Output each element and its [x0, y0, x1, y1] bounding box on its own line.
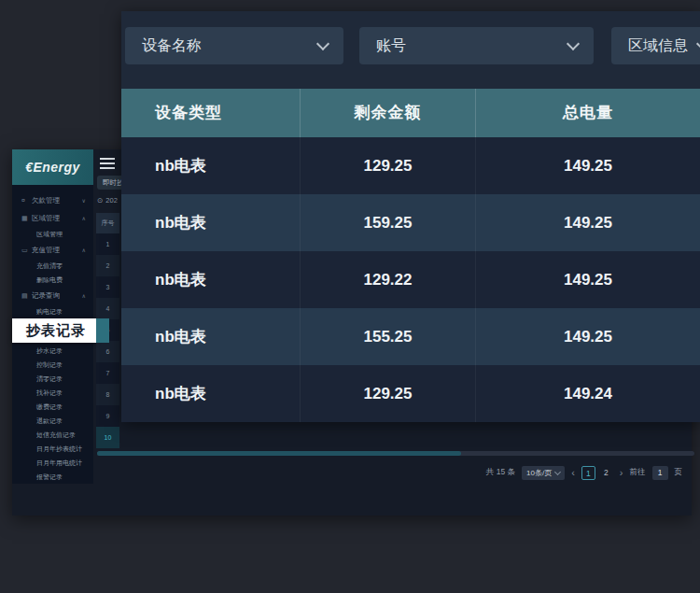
sidebar: €Energy ¤欠款管理∨▦区域管理∧区域管理▭充值管理∧充值清零删除电费▤记… [12, 149, 93, 484]
account-placeholder: 账号 [376, 37, 406, 53]
table-body: nb电表129.25149.25nb电表159.25149.25nb电表129.… [121, 137, 700, 422]
goto-page-input[interactable]: 1 [652, 466, 668, 480]
active-menu-item-accent [96, 318, 109, 343]
chevron-down-icon [567, 37, 580, 50]
index-row: 8 [96, 384, 119, 405]
region-icon: ▦ [21, 215, 32, 222]
scrollbar-thumb[interactable] [97, 451, 461, 456]
index-row: 6 [96, 341, 119, 362]
index-row: 10 [96, 427, 119, 448]
sidebar-item[interactable]: 充值清零 [12, 259, 93, 273]
region-info-placeholder: 区域信息 [628, 37, 688, 53]
page-number-list: 12 [581, 466, 613, 480]
index-row: 4 [96, 298, 119, 319]
cell-remaining-amount: 155.25 [301, 308, 476, 365]
index-row: 9 [96, 405, 119, 427]
date-range-text: 202 [105, 196, 118, 205]
data-table: 设备类型 剩余金额 总电量 nb电表129.25149.25nb电表159.25… [121, 89, 700, 422]
sidebar-group[interactable]: ▭充值管理∧ [12, 241, 93, 259]
prev-page-button[interactable]: ‹ [571, 466, 575, 480]
next-page-button[interactable]: › [620, 466, 623, 480]
sidebar-group[interactable]: ▤记录查询∧ [12, 287, 93, 304]
chevron-down-icon: ∨ [82, 197, 86, 204]
column-header-total-power: 总电量 [476, 89, 700, 137]
cell-device-type: nb电表 [121, 194, 301, 251]
recharge-icon: ▭ [21, 247, 32, 254]
cell-total-power: 149.25 [476, 308, 700, 365]
table-row: nb电表129.25149.24 [121, 365, 700, 422]
cell-device-type: nb电表 [121, 365, 301, 422]
cell-device-type: nb电表 [121, 137, 301, 194]
detail-overlay: 设备名称 账号 区域信息 设备类型 剩余金额 总电量 nb电表129.25149… [121, 11, 700, 422]
chevron-down-icon [554, 468, 561, 474]
sidebar-group[interactable]: ¤欠款管理∨ [12, 191, 93, 209]
arrears-icon: ¤ [21, 197, 32, 204]
chevron-up-icon: ∧ [82, 215, 86, 221]
sidebar-item[interactable]: 抄水记录 [12, 344, 93, 358]
index-row: 2 [96, 255, 119, 276]
pagination: 共 15 条 10条/页 ‹ 12 › 前往 1 页 [486, 465, 682, 480]
cell-remaining-amount: 129.25 [301, 365, 476, 422]
sidebar-group-label: 欠款管理 [32, 196, 82, 205]
device-name-select[interactable]: 设备名称 [125, 27, 343, 64]
cell-total-power: 149.25 [476, 251, 700, 308]
sidebar-item[interactable]: 日月年用电统计 [12, 456, 93, 470]
index-row: 7 [96, 362, 119, 384]
chevron-up-icon: ∧ [82, 292, 86, 299]
sidebar-item[interactable]: 找补记录 [12, 386, 93, 400]
chevron-down-icon [696, 37, 700, 50]
chevron-up-icon: ∧ [82, 247, 86, 253]
goto-suffix: 页 [675, 467, 683, 478]
horizontal-scrollbar [97, 451, 694, 456]
page-number-button[interactable]: 2 [599, 466, 613, 480]
cell-remaining-amount: 129.22 [301, 251, 476, 308]
table-row: nb电表129.22149.25 [121, 251, 700, 308]
clock-icon: ⊙ [97, 196, 103, 205]
chevron-down-icon [316, 37, 329, 50]
goto-label: 前往 [630, 467, 646, 478]
page-size-select[interactable]: 10条/页 [522, 466, 565, 480]
index-column-header: 序号 [96, 213, 119, 233]
sidebar-group-label: 记录查询 [32, 291, 82, 301]
active-menu-item-callout[interactable]: 抄表记录 [12, 318, 96, 343]
date-range-picker[interactable]: ⊙ 202 [97, 194, 118, 205]
sidebar-group-label: 充值管理 [32, 246, 82, 255]
cell-device-type: nb电表 [121, 251, 301, 308]
sidebar-item[interactable]: 控制记录 [12, 358, 93, 372]
screenshot-canvas: €Energy ¤欠款管理∨▦区域管理∧区域管理▭充值管理∧充值清零删除电费▤记… [0, 0, 700, 593]
index-row: 1 [96, 233, 119, 255]
sidebar-group-label: 区域管理 [32, 214, 82, 223]
table-header-row: 设备类型 剩余金额 总电量 [121, 89, 700, 137]
account-select[interactable]: 账号 [359, 27, 594, 64]
index-row: 3 [96, 276, 119, 298]
region-info-select[interactable]: 区域信息 [611, 27, 700, 64]
column-header-remaining-amount: 剩余金额 [301, 89, 476, 137]
sidebar-item[interactable]: 退款记录 [12, 414, 93, 428]
pagination-total: 共 15 条 [486, 467, 515, 478]
sidebar-item[interactable]: 短信充值记录 [12, 428, 93, 442]
cell-remaining-amount: 129.25 [301, 137, 476, 194]
table-row: nb电表159.25149.25 [121, 194, 700, 251]
sidebar-item[interactable]: 报警记录 [12, 470, 93, 484]
cell-total-power: 149.25 [476, 137, 700, 194]
sidebar-item[interactable]: 删除电费 [12, 273, 93, 287]
sidebar-item[interactable]: 缴费记录 [12, 400, 93, 414]
menu-toggle-icon[interactable] [100, 158, 115, 172]
sidebar-item[interactable]: 清零记录 [12, 372, 93, 386]
sidebar-item[interactable]: 区域管理 [12, 227, 93, 241]
sidebar-item[interactable]: 购电记录 [12, 304, 93, 318]
device-name-placeholder: 设备名称 [142, 37, 202, 53]
cell-device-type: nb电表 [121, 308, 301, 365]
page-size-value: 10条/页 [526, 468, 552, 478]
app-logo: €Energy [12, 149, 93, 185]
cell-total-power: 149.25 [476, 194, 700, 251]
records-icon: ▤ [21, 292, 32, 300]
page-number-button[interactable]: 1 [581, 466, 595, 480]
column-header-device-type: 设备类型 [121, 89, 301, 137]
cell-total-power: 149.24 [476, 365, 700, 422]
table-row: nb电表155.25149.25 [121, 308, 700, 365]
sidebar-item[interactable]: 日月年抄表统计 [12, 442, 93, 456]
cell-remaining-amount: 159.25 [301, 194, 476, 251]
table-row: nb电表129.25149.25 [121, 137, 700, 194]
sidebar-group[interactable]: ▦区域管理∧ [12, 209, 93, 227]
